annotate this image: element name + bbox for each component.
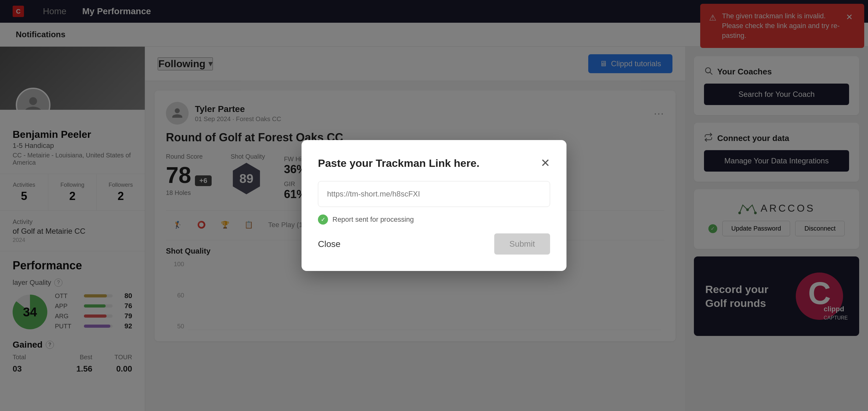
modal-close-label-button[interactable]: Close [318,239,341,249]
modal-footer: Close Submit [318,233,550,255]
modal-close-button[interactable]: ✕ [540,156,550,170]
trackman-modal: Paste your Trackman Link here. ✕ ✓ Repor… [302,140,566,271]
success-check-icon: ✓ [318,215,328,225]
success-text: Report sent for processing [333,215,414,224]
modal-success-message: ✓ Report sent for processing [318,215,550,225]
modal-input-wrap [318,181,550,207]
modal-title: Paste your Trackman Link here. [318,157,479,169]
trackman-link-input[interactable] [318,181,550,207]
modal-submit-button[interactable]: Submit [494,233,550,255]
modal-header: Paste your Trackman Link here. ✕ [318,156,550,170]
modal-overlay: Paste your Trackman Link here. ✕ ✓ Repor… [0,0,868,411]
